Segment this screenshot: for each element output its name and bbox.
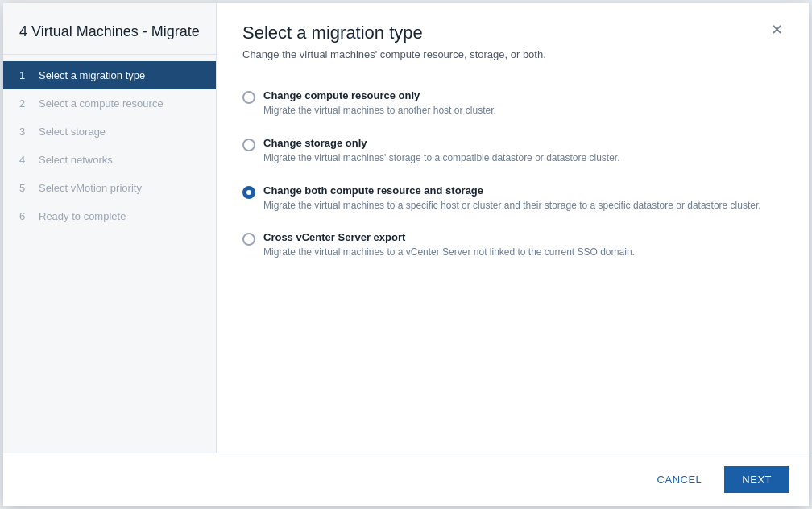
radio-text-storage-only: Change storage onlyMigrate the virtual m… <box>263 137 620 165</box>
sidebar: 4 Virtual Machines - Migrate 1Select a m… <box>3 3 217 453</box>
radio-option-cross-vcenter[interactable]: Cross vCenter Server exportMigrate the v… <box>242 221 783 269</box>
migrate-dialog: 4 Virtual Machines - Migrate 1Select a m… <box>3 3 809 506</box>
main-header: Select a migration type ✕ <box>242 23 783 43</box>
sidebar-step-5[interactable]: 5Select vMotion priority <box>3 174 216 202</box>
close-button[interactable]: ✕ <box>771 23 783 37</box>
radio-text-both: Change both compute resource and storage… <box>263 184 761 213</box>
migration-type-group: Change compute resource onlyMigrate the … <box>242 80 783 269</box>
step-num: 2 <box>19 97 32 110</box>
sidebar-title: 4 Virtual Machines - Migrate <box>3 3 216 55</box>
step-num: 5 <box>19 182 32 194</box>
sidebar-step-4[interactable]: 4Select networks <box>3 146 216 174</box>
main-title: Select a migration type <box>242 23 423 43</box>
dialog-footer: CANCEL NEXT <box>3 453 809 506</box>
step-num: 4 <box>19 154 32 166</box>
step-label: Select storage <box>39 126 106 138</box>
step-label: Select a migration type <box>39 69 145 81</box>
radio-label-storage-only: Change storage only <box>263 137 620 149</box>
next-button[interactable]: NEXT <box>724 466 789 493</box>
main-content: Select a migration type ✕ Change the vir… <box>217 3 809 453</box>
radio-label-compute-only: Change compute resource only <box>263 89 496 101</box>
sidebar-step-2[interactable]: 2Select a compute resource <box>3 89 216 118</box>
radio-option-compute-only[interactable]: Change compute resource onlyMigrate the … <box>242 80 783 127</box>
radio-input-compute-only[interactable] <box>242 91 255 104</box>
radio-desc-cross-vcenter: Migrate the virtual machines to a vCente… <box>263 246 635 259</box>
step-label: Select a compute resource <box>39 97 164 110</box>
radio-input-both[interactable] <box>242 186 255 199</box>
main-subtitle: Change the virtual machines' compute res… <box>242 48 783 60</box>
cancel-button[interactable]: CANCEL <box>644 467 715 492</box>
step-label: Ready to complete <box>39 210 126 222</box>
radio-desc-compute-only: Migrate the virtual machines to another … <box>263 104 496 118</box>
step-label: Select networks <box>39 154 113 166</box>
step-num: 6 <box>19 210 32 222</box>
dialog-body: 4 Virtual Machines - Migrate 1Select a m… <box>3 3 809 453</box>
radio-input-cross-vcenter[interactable] <box>242 233 255 246</box>
sidebar-step-3[interactable]: 3Select storage <box>3 118 216 146</box>
radio-input-storage-only[interactable] <box>242 139 255 151</box>
radio-desc-storage-only: Migrate the virtual machines' storage to… <box>263 151 620 165</box>
step-label: Select vMotion priority <box>39 182 142 194</box>
radio-label-both: Change both compute resource and storage <box>263 184 761 197</box>
radio-option-storage-only[interactable]: Change storage onlyMigrate the virtual m… <box>242 127 783 175</box>
step-num: 3 <box>19 126 32 138</box>
radio-label-cross-vcenter: Cross vCenter Server export <box>263 231 635 243</box>
radio-text-cross-vcenter: Cross vCenter Server exportMigrate the v… <box>263 231 635 259</box>
radio-desc-both: Migrate the virtual machines to a specif… <box>263 199 761 213</box>
radio-text-compute-only: Change compute resource onlyMigrate the … <box>263 89 496 118</box>
sidebar-step-6[interactable]: 6Ready to complete <box>3 202 216 230</box>
step-num: 1 <box>19 69 32 81</box>
sidebar-step-1[interactable]: 1Select a migration type <box>3 61 216 89</box>
sidebar-steps: 1Select a migration type2Select a comput… <box>3 55 216 237</box>
radio-option-both[interactable]: Change both compute resource and storage… <box>242 175 783 222</box>
